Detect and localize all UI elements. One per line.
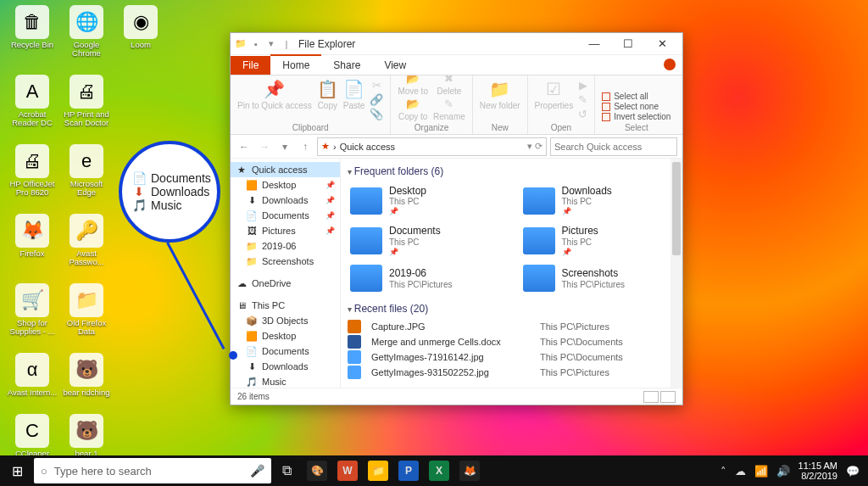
taskbar-app[interactable]: W — [332, 455, 363, 486]
nav-item[interactable]: ★Quick access — [231, 162, 340, 177]
tray-volume-icon[interactable]: 🔊 — [776, 465, 790, 478]
taskbar-app[interactable]: P — [393, 455, 424, 486]
nav-item[interactable]: ☁OneDrive — [231, 276, 340, 291]
scrollbar[interactable] — [670, 159, 682, 388]
desktop-icon[interactable]: ◉Loom — [115, 5, 166, 58]
open-button[interactable]: ▶ — [578, 79, 587, 92]
nav-item[interactable]: 🖥This PC — [231, 298, 340, 313]
frequent-folders-header[interactable]: Frequent folders (6) — [348, 165, 676, 177]
cut-button[interactable]: ✂ — [370, 79, 383, 92]
start-button[interactable]: ⊞ — [0, 455, 34, 486]
close-button[interactable]: ✕ — [645, 33, 679, 55]
history-dropdown[interactable]: ▾ — [276, 138, 293, 155]
paste-button[interactable]: 📄Paste — [343, 79, 365, 110]
titlebar[interactable]: 📁 ▪ ▾ | File Explorer — ☐ ✕ — [231, 33, 682, 55]
desktop-icon[interactable]: AAcrobat Reader DC — [7, 75, 58, 127]
breadcrumb-location[interactable]: Quick access — [340, 142, 395, 152]
tab-share[interactable]: Share — [321, 55, 372, 75]
nav-item[interactable]: 📦3D Objects — [231, 313, 340, 328]
taskbar-app[interactable]: 🎨 — [302, 455, 332, 486]
nav-item[interactable]: 📁Screenshots — [231, 254, 340, 269]
navigation-pane[interactable]: ★Quick access🟧Desktop📌⬇Downloads📌📄Docume… — [231, 159, 341, 388]
desktop-icon[interactable]: eMicrosoft Edge — [61, 144, 112, 197]
tab-home[interactable]: Home — [270, 54, 321, 75]
file-name[interactable]: GettyImages-931502252.jpg — [371, 367, 540, 377]
properties-button[interactable]: ☑Properties — [535, 79, 574, 110]
desktop-icon[interactable]: αAvast Intern... — [7, 353, 58, 397]
delete-button[interactable]: ✖Delete — [433, 72, 465, 96]
mic-icon[interactable]: 🎤 — [250, 464, 264, 478]
history-button[interactable]: ↺ — [578, 108, 587, 120]
desktop-icon[interactable]: 🦊Firefox — [7, 214, 58, 266]
qat-item-icon[interactable]: ▾ — [264, 37, 278, 51]
nav-item[interactable]: 🎵Music — [231, 374, 340, 388]
taskbar-app[interactable]: 📁 — [363, 455, 393, 486]
qat-item-icon[interactable]: ▪ — [249, 37, 263, 51]
nav-item[interactable]: 📁2019-06 — [231, 238, 340, 254]
recent-files-header[interactable]: Recent files (20) — [348, 303, 676, 315]
copy-to-button[interactable]: 📂Copy to — [398, 98, 428, 121]
task-view-button[interactable]: ⧉ — [271, 455, 302, 486]
details-view-button[interactable] — [643, 391, 659, 403]
desktop-icon[interactable]: 🛒Shop for Supplies - ... — [7, 283, 58, 336]
file-icon — [348, 350, 361, 364]
refresh-icon[interactable]: ▾ ⟳ — [527, 141, 542, 152]
desktop-icon[interactable]: 🌐Google Chrome — [61, 5, 112, 58]
help-icon[interactable] — [664, 59, 676, 70]
nav-item[interactable]: 📄Documents — [231, 344, 340, 359]
folder-item[interactable]: ScreenshotsThis PC\Pictures — [520, 262, 676, 294]
folder-item[interactable]: DocumentsThis PC📌 — [348, 222, 504, 259]
desktop-icon[interactable]: 📁Old Firefox Data — [61, 283, 112, 336]
file-tab[interactable]: File — [231, 56, 270, 75]
back-button[interactable]: ← — [236, 138, 253, 155]
minimize-button[interactable]: — — [577, 33, 611, 55]
taskbar-app[interactable]: 🦊 — [454, 455, 485, 486]
copy-button[interactable]: 📋Copy — [317, 79, 338, 110]
desktop-icon[interactable]: 🖨HP Print and Scan Doctor — [61, 75, 112, 127]
file-name[interactable]: GettyImages-71916142.jpg — [371, 352, 540, 362]
nav-item[interactable]: 📄Documents📌 — [231, 208, 340, 223]
taskbar-app[interactable]: X — [424, 455, 454, 486]
invert-selection-button[interactable]: Invert selection — [602, 112, 670, 121]
folder-item[interactable]: PicturesThis PC📌 — [520, 222, 676, 259]
forward-button[interactable]: → — [256, 138, 273, 155]
pin-to-quick-access-button[interactable]: 📌Pin to Quick access — [237, 79, 312, 110]
taskbar-search[interactable]: ○ Type here to search 🎤 — [34, 458, 271, 483]
rename-button[interactable]: ✎Rename — [433, 98, 465, 121]
folder-item[interactable]: DownloadsThis PC📌 — [520, 182, 676, 219]
maximize-button[interactable]: ☐ — [611, 33, 645, 55]
tray-onedrive-icon[interactable]: ☁ — [735, 465, 746, 478]
search-input[interactable] — [550, 137, 677, 156]
desktop-icon[interactable]: 🔑Avast Passwo... — [61, 214, 112, 266]
content-pane[interactable]: Frequent folders (6) DesktopThis PC📌Down… — [341, 159, 682, 388]
tab-view[interactable]: View — [372, 55, 418, 75]
paste-shortcut-button[interactable]: 📎 — [370, 108, 383, 120]
select-none-button[interactable]: Select none — [602, 102, 670, 111]
new-folder-button[interactable]: 📁New folder — [480, 79, 520, 110]
move-to-button[interactable]: 📂Move to — [398, 72, 428, 96]
nav-item[interactable]: 🖼Pictures📌 — [231, 223, 340, 238]
desktop-icon[interactable]: 🐻bear ridching — [61, 353, 112, 397]
desktop-icon[interactable]: 🗑Recycle Bin — [7, 5, 58, 58]
scrollbar-thumb[interactable] — [672, 162, 681, 255]
edit-button[interactable]: ✎ — [578, 93, 587, 106]
up-button[interactable]: ↑ — [297, 138, 314, 155]
nav-item[interactable]: 🟧Desktop — [231, 328, 340, 344]
nav-item[interactable]: ⬇Downloads — [231, 359, 340, 374]
ribbon-group-clipboard: 📌Pin to Quick access 📋Copy 📄Paste ✂ 🔗 📎 … — [231, 75, 391, 134]
notifications-icon[interactable]: 💬 — [846, 465, 860, 478]
desktop-icon[interactable]: 🖨HP OfficeJet Pro 8620 — [7, 144, 58, 197]
nav-item[interactable]: ⬇Downloads📌 — [231, 193, 340, 208]
tray-overflow-icon[interactable]: ˄ — [721, 465, 726, 478]
nav-item[interactable]: 🟧Desktop📌 — [231, 177, 340, 193]
tray-network-icon[interactable]: 📶 — [754, 465, 768, 478]
address-bar[interactable]: ★ › Quick access ▾ ⟳ — [317, 137, 547, 156]
large-icons-view-button[interactable] — [660, 391, 676, 403]
select-all-button[interactable]: Select all — [602, 92, 670, 101]
folder-item[interactable]: DesktopThis PC📌 — [348, 182, 504, 219]
file-name[interactable]: Capture.JPG — [371, 321, 540, 332]
copy-path-button[interactable]: 🔗 — [370, 93, 383, 106]
clock[interactable]: 11:15 AM 8/2/2019 — [798, 461, 837, 481]
folder-item[interactable]: 2019-06This PC\Pictures — [348, 262, 504, 294]
file-name[interactable]: Merge and unmerge Cells.docx — [371, 337, 540, 347]
